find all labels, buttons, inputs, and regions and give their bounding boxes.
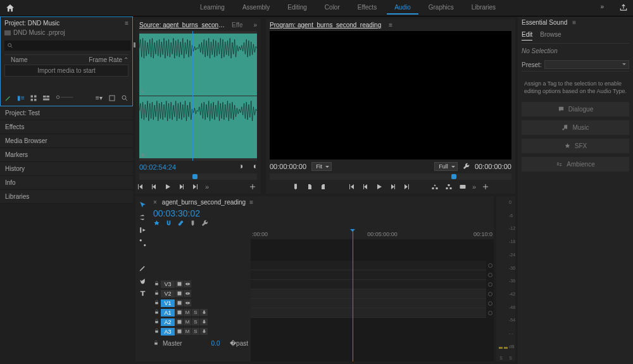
timeline-ruler[interactable]: :00:00 00:05:00:00 00:10:0: [251, 229, 494, 239]
list-view-icon[interactable]: ▮≡: [17, 94, 25, 102]
eye-icon[interactable]: [184, 299, 191, 306]
source-timecode[interactable]: 00:02:54:24: [139, 163, 176, 171]
mark-in-icon[interactable]: [239, 163, 246, 171]
pen-icon[interactable]: [4, 94, 12, 102]
ws-assembly[interactable]: Assembly: [235, 1, 277, 15]
panel-media-browser[interactable]: Media Browser: [0, 134, 133, 148]
timeline-timecode[interactable]: 00:03:30:02: [149, 208, 494, 218]
track-a3[interactable]: A3MS: [149, 327, 251, 336]
overflow-icon[interactable]: »: [600, 3, 604, 13]
program-timecode-right[interactable]: 00:00:00:00: [475, 163, 511, 170]
in-icon[interactable]: [305, 182, 314, 191]
row-v2[interactable]: [251, 270, 486, 280]
panel-project-test[interactable]: Project: Test: [0, 106, 133, 120]
track-master[interactable]: Master0.0�past: [149, 337, 251, 349]
pen-tool-icon[interactable]: [138, 263, 147, 272]
wrench-icon[interactable]: [463, 163, 470, 171]
solo-toggle[interactable]: S: [192, 309, 199, 316]
export-frame-icon[interactable]: [458, 182, 467, 191]
overflow-icon[interactable]: »: [205, 183, 209, 191]
dialogue-button[interactable]: Dialogue: [522, 102, 629, 116]
music-button[interactable]: Music: [522, 120, 629, 135]
source-tab[interactable]: Source: agent_burns_second_reading.wav: [139, 22, 228, 28]
voiceover-icon[interactable]: [200, 309, 208, 316]
panel-menu-icon[interactable]: ≡: [249, 199, 253, 206]
sfx-button[interactable]: SFX: [522, 139, 629, 153]
master-value[interactable]: 0.0: [211, 340, 220, 347]
solo-l[interactable]: S: [499, 356, 503, 360]
program-tab[interactable]: Program: agent_burns_second_reading: [270, 22, 381, 28]
button-editor-icon[interactable]: [248, 182, 257, 191]
track-v2[interactable]: V2: [149, 289, 251, 298]
step-fwd-icon[interactable]: [177, 182, 186, 191]
voiceover-icon[interactable]: [200, 318, 208, 325]
mark-out-icon[interactable]: [251, 163, 257, 171]
lock-icon[interactable]: [153, 290, 160, 297]
lock-icon[interactable]: [153, 280, 160, 287]
play-icon[interactable]: [163, 182, 172, 191]
track-v1[interactable]: V1: [149, 298, 251, 308]
source-waveform[interactable]: L R: [139, 31, 257, 161]
voiceover-icon[interactable]: [200, 328, 208, 335]
goto-out-icon[interactable]: [403, 182, 411, 191]
panel-menu-icon[interactable]: ≡: [389, 22, 392, 28]
ws-learning[interactable]: Learning: [192, 1, 232, 15]
magnet-icon[interactable]: [165, 220, 172, 228]
lock-icon[interactable]: [153, 318, 160, 325]
solo-r[interactable]: S: [509, 356, 512, 360]
play-icon[interactable]: [375, 182, 384, 191]
source-playhead[interactable]: [192, 31, 193, 161]
panel-effects[interactable]: Effects: [0, 120, 133, 134]
fit-select[interactable]: Fit: [311, 162, 332, 171]
track-a1[interactable]: A1MS: [149, 308, 251, 317]
mute-toggle[interactable]: M: [184, 328, 191, 335]
razor-tool-icon[interactable]: [138, 238, 147, 247]
sync-lock-icon[interactable]: [175, 280, 183, 287]
ws-editing[interactable]: Editing: [280, 1, 315, 15]
marker-opt-icon[interactable]: [189, 220, 196, 228]
sync-lock-icon[interactable]: [175, 328, 183, 335]
mute-toggle[interactable]: M: [184, 309, 191, 316]
panel-markers[interactable]: Markers: [0, 148, 133, 162]
program-scrubber[interactable]: [270, 173, 511, 180]
ws-audio[interactable]: Audio: [387, 1, 418, 15]
overflow-icon[interactable]: »: [253, 22, 257, 28]
sync-lock-icon[interactable]: [175, 309, 183, 316]
type-tool-icon[interactable]: [138, 289, 147, 298]
sequence-name[interactable]: agent_burns_second_reading: [162, 199, 246, 206]
expand-icon[interactable]: �past: [230, 340, 248, 347]
program-view[interactable]: [270, 31, 511, 160]
full-select[interactable]: Full: [434, 162, 458, 171]
link-icon[interactable]: [177, 220, 184, 228]
sort-icon[interactable]: ≡▾: [96, 94, 103, 102]
ambience-button[interactable]: Ambience: [522, 157, 629, 172]
row-v3[interactable]: [251, 261, 486, 270]
collapse-icon[interactable]: ⌃: [123, 56, 128, 63]
row-v1[interactable]: [251, 280, 486, 289]
step-back-icon[interactable]: [149, 182, 158, 191]
find-icon[interactable]: [121, 94, 128, 102]
row-a1[interactable]: [251, 289, 486, 299]
home-icon[interactable]: [5, 3, 15, 13]
panel-menu-icon[interactable]: ≡: [572, 19, 576, 26]
overflow-icon[interactable]: »: [472, 183, 476, 191]
sync-lock-icon[interactable]: [175, 318, 183, 325]
panel-menu-icon[interactable]: ≡: [125, 20, 128, 27]
solo-toggle[interactable]: S: [192, 328, 199, 335]
panel-libraries[interactable]: Libraries: [0, 190, 133, 204]
lock-icon[interactable]: [153, 309, 160, 316]
lift-icon[interactable]: [430, 182, 439, 191]
ws-effects[interactable]: Effects: [350, 1, 384, 15]
ws-color[interactable]: Color: [317, 1, 348, 15]
extract-icon[interactable]: [444, 182, 453, 191]
tab-browse[interactable]: Browse: [540, 31, 561, 41]
eye-icon[interactable]: [184, 280, 191, 287]
preset-select[interactable]: [544, 60, 629, 69]
selection-tool-icon[interactable]: [138, 200, 147, 209]
step-fwd-icon[interactable]: [389, 182, 398, 191]
lock-icon[interactable]: [153, 340, 159, 347]
col-framerate[interactable]: Frame Rate ⌃: [89, 56, 128, 63]
timeline-canvas[interactable]: :00:00 00:05:00:00 00:10:0: [251, 229, 494, 361]
share-icon[interactable]: [619, 3, 628, 13]
panel-info[interactable]: Info: [0, 176, 133, 190]
